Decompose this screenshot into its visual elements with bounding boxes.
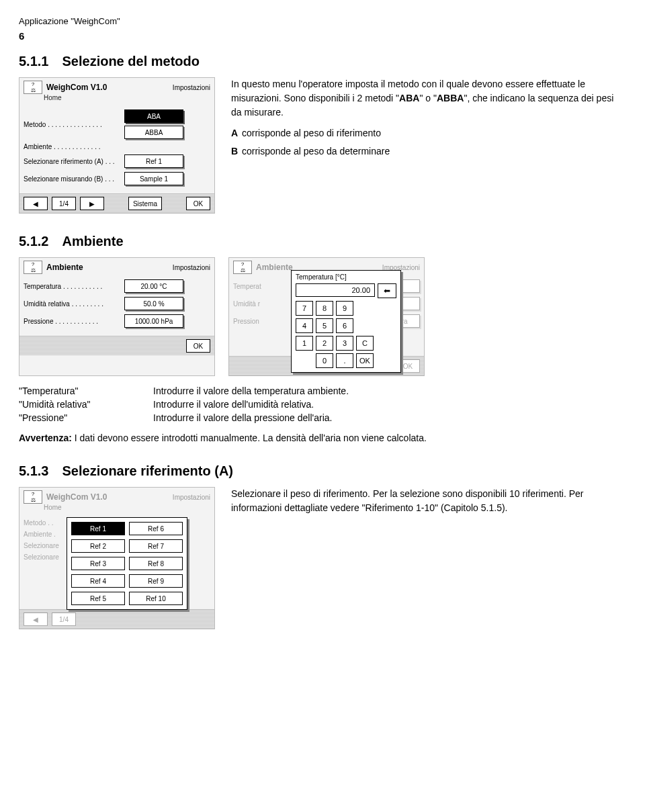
ref-6[interactable]: Ref 6 bbox=[129, 522, 183, 535]
ref-4[interactable]: Ref 4 bbox=[71, 574, 125, 588]
page-header: Applicazione "WeighCom" bbox=[19, 16, 626, 26]
app-icon: ?⚖ bbox=[24, 81, 42, 94]
key-1[interactable]: 1 bbox=[296, 336, 313, 351]
row-refA-label: Selezionare riferimento (A) . . . bbox=[24, 158, 124, 165]
def-hum-term: "Umidità relativa" bbox=[19, 399, 153, 410]
desc-511: In questo menu l'operatore imposta il me… bbox=[231, 77, 626, 163]
lcd-ambiente2-title: Ambiente bbox=[256, 263, 293, 272]
ref-7[interactable]: Ref 7 bbox=[129, 539, 183, 553]
ok-button[interactable]: OK bbox=[186, 197, 210, 210]
key-5[interactable]: 5 bbox=[316, 318, 333, 333]
val-temperatura[interactable]: 20.00 °C bbox=[124, 279, 183, 293]
ref-10[interactable]: Ref 10 bbox=[129, 592, 183, 605]
desc-513: Selezionare il peso di riferimento. Per … bbox=[231, 487, 626, 522]
def-press-term: "Pressione" bbox=[19, 412, 153, 423]
row-ambiente-label: Ambiente . . . . . . . . . . . . . bbox=[24, 143, 124, 150]
app-icon: ?⚖ bbox=[24, 490, 42, 504]
key-3[interactable]: 3 bbox=[336, 336, 353, 351]
key-c[interactable]: C bbox=[356, 336, 374, 351]
lcd-ambiente-imp: Impostazioni bbox=[173, 264, 210, 271]
lcd-ambiente: ?⚖ Ambiente Impostazioni Temperatura . .… bbox=[19, 257, 215, 376]
ok-button[interactable]: OK bbox=[186, 339, 210, 353]
method-abba[interactable]: ABBA bbox=[124, 126, 183, 139]
numeric-keypad: Temperatura [°C] 20.00 ⬅ 7 8 9 4 5 6 1 2… bbox=[291, 270, 401, 373]
page-indicator: 1/4 bbox=[52, 197, 76, 210]
key-2[interactable]: 2 bbox=[316, 336, 333, 351]
def-temp-term: "Temperatura" bbox=[19, 386, 153, 396]
definitions-512: "Temperatura"Introdurre il valore della … bbox=[19, 386, 626, 423]
keypad-title: Temperatura [°C] bbox=[296, 273, 396, 281]
lcd-ref-crumb: Home bbox=[19, 504, 214, 514]
page-indicator-dim: 1/4 bbox=[52, 613, 76, 626]
lcd-ref: ?⚖ WeighCom V1.0 Impostazioni Home Metod… bbox=[19, 487, 215, 629]
note-512: Avvertenza: I dati devono essere introdo… bbox=[19, 433, 626, 443]
ref-5[interactable]: Ref 5 bbox=[71, 592, 125, 605]
val-sample1[interactable]: Sample 1 bbox=[124, 172, 183, 185]
lcd-ref-imp: Impostazioni bbox=[173, 494, 210, 501]
heading-512: 5.1.2Ambiente bbox=[19, 234, 626, 249]
heading-511-title: Selezione del metodo bbox=[62, 54, 199, 69]
ref-8[interactable]: Ref 8 bbox=[129, 557, 183, 570]
keypad-backspace[interactable]: ⬅ bbox=[378, 283, 396, 298]
sistema-button[interactable]: Sistema bbox=[128, 197, 162, 210]
val-ref1[interactable]: Ref 1 bbox=[124, 154, 183, 168]
key-6[interactable]: 6 bbox=[336, 318, 353, 333]
key-8[interactable]: 8 bbox=[316, 301, 333, 316]
def-press-desc: Introdurre il valore della pressione del… bbox=[153, 412, 332, 423]
heading-513: 5.1.3Selezionare riferimento (A) bbox=[19, 463, 626, 479]
lcd-method: ?⚖ WeighCom V1.0 Impostazioni Home Metod… bbox=[19, 77, 215, 214]
row-temperatura: Temperatura . . . . . . . . . . . bbox=[24, 283, 124, 290]
app-icon: ?⚖ bbox=[233, 261, 252, 274]
prev-page-button[interactable]: ◀ bbox=[24, 197, 48, 210]
heading-511-num: 5.1.1 bbox=[19, 54, 48, 69]
lcd-method-crumb: Home bbox=[19, 94, 214, 104]
lcd-ref-title: WeighCom V1.0 bbox=[46, 492, 107, 502]
page-number: 6 bbox=[19, 30, 626, 42]
keypad-value-field[interactable]: 20.00 bbox=[296, 283, 375, 297]
heading-512-num: 5.1.2 bbox=[19, 234, 48, 249]
ref-1[interactable]: Ref 1 bbox=[71, 522, 125, 535]
heading-513-num: 5.1.3 bbox=[19, 463, 48, 478]
lcd-method-imp: Impostazioni bbox=[173, 84, 210, 91]
ref-9[interactable]: Ref 9 bbox=[129, 574, 183, 588]
app-icon: ?⚖ bbox=[24, 261, 42, 274]
ref-3[interactable]: Ref 3 bbox=[71, 557, 125, 570]
lcd-method-title: WeighCom V1.0 bbox=[46, 83, 107, 92]
prev-page-dim: ◀ bbox=[24, 613, 48, 626]
key-0[interactable]: 0 bbox=[316, 353, 333, 368]
def-temp-desc: Introdurre il valore della temperatura a… bbox=[153, 386, 349, 396]
ref-2[interactable]: Ref 2 bbox=[71, 539, 125, 553]
heading-512-title: Ambiente bbox=[62, 234, 123, 249]
row-pressione: Pressione . . . . . . . . . . . . bbox=[24, 318, 124, 325]
heading-513-title: Selezionare riferimento (A) bbox=[62, 463, 233, 478]
key-9[interactable]: 9 bbox=[336, 301, 353, 316]
row-umidita: Umidità relativa . . . . . . . . . bbox=[24, 300, 124, 308]
lcd-ambiente-title: Ambiente bbox=[46, 263, 83, 272]
method-aba[interactable]: ABA bbox=[124, 109, 183, 123]
key-7[interactable]: 7 bbox=[296, 301, 313, 316]
next-page-button[interactable]: ▶ bbox=[80, 197, 104, 210]
key-dot[interactable]: . bbox=[336, 353, 353, 368]
ref-selection-popup: Ref 1 Ref 6 Ref 2 Ref 7 Ref 3 Ref 8 Ref … bbox=[67, 517, 187, 610]
row-metodo-label: Metodo . . . . . . . . . . . . . . . bbox=[24, 121, 124, 128]
heading-511: 5.1.1Selezione del metodo bbox=[19, 54, 626, 69]
key-ok[interactable]: OK bbox=[356, 353, 374, 368]
key-4[interactable]: 4 bbox=[296, 318, 313, 333]
def-hum-desc: Introdurre il valore dell'umidità relati… bbox=[153, 399, 314, 410]
val-pressione[interactable]: 1000.00 hPa bbox=[124, 314, 183, 328]
val-umidita[interactable]: 50.0 % bbox=[124, 297, 183, 310]
row-misB-label: Selezionare misurando (B) . . . bbox=[24, 175, 124, 183]
lcd-ambiente-keypad: ?⚖ Ambiente Impostazioni Temperat 20.00 … bbox=[228, 257, 425, 376]
